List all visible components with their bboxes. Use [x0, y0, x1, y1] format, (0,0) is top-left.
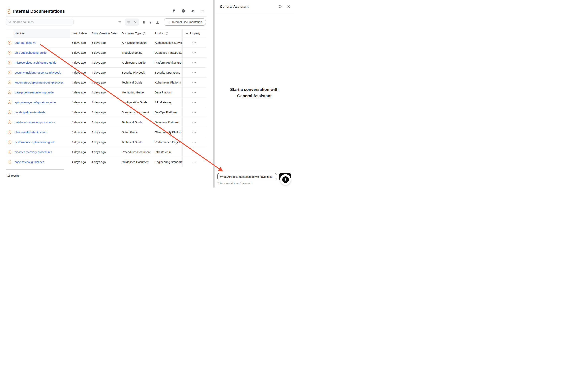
- assistant-chat-input[interactable]: [217, 173, 277, 180]
- row-entity-creation-date: 4 days ago: [92, 157, 106, 167]
- row-actions-button[interactable]: [191, 80, 197, 85]
- horizontal-scrollbar[interactable]: [6, 169, 64, 170]
- page-header: Internal Documentations: [7, 8, 65, 15]
- row-document-type: Architecture Guide: [122, 58, 146, 67]
- plug-icon[interactable]: [172, 9, 176, 13]
- row-last-update: 4 days ago: [72, 68, 86, 77]
- row-identifier-link[interactable]: disaster-recovery-procedures: [15, 151, 52, 154]
- toolbar: Internal Documentation: [0, 18, 214, 26]
- row-document-type: Troubleshooting: [122, 48, 142, 57]
- assistant-input-divider: [215, 171, 294, 171]
- row-identifier-link[interactable]: db-troubleshooting-guide: [15, 51, 46, 54]
- row-last-update: 4 days ago: [72, 147, 86, 157]
- row-identifier-link[interactable]: performance-optimization-guide: [15, 141, 55, 144]
- column-header-document-type[interactable]: Document Type: [122, 29, 145, 38]
- row-entity-creation-date: 4 days ago: [92, 137, 106, 147]
- row-actions-button[interactable]: [191, 90, 197, 95]
- row-identifier-link[interactable]: data-pipeline-monitoring-guide: [15, 91, 54, 94]
- row-actions-button[interactable]: [191, 40, 197, 45]
- add-internal-documentation-button[interactable]: Internal Documentation: [164, 19, 206, 26]
- asset-hexagon-icon: [8, 58, 11, 67]
- column-header-product[interactable]: Product: [155, 29, 168, 38]
- search-input[interactable]: [13, 21, 71, 24]
- row-actions-button[interactable]: [191, 60, 197, 65]
- row-product: Infrastructure: [155, 147, 182, 157]
- table-row: database-migration-procedures 4 days ago…: [6, 117, 206, 127]
- row-identifier-link[interactable]: api-gateway-configuration-guide: [15, 101, 56, 104]
- row-document-type: Standards Document: [122, 107, 149, 117]
- asset-hexagon-icon: [8, 98, 11, 107]
- table-row: performance-optimization-guide 4 days ag…: [6, 137, 206, 147]
- assistant-disclaimer: This conversation won't be saved.: [218, 182, 252, 185]
- search-box[interactable]: [6, 19, 74, 25]
- copy-icon[interactable]: [147, 19, 154, 25]
- row-last-update: 4 days ago: [72, 77, 86, 87]
- row-entity-creation-date: 4 days ago: [92, 58, 106, 67]
- column-header-identifier[interactable]: Identifier: [15, 29, 25, 38]
- table-row: data-pipeline-monitoring-guide 4 days ag…: [6, 88, 206, 98]
- row-entity-creation-date: 4 days ago: [92, 98, 106, 107]
- table-row: observability-stack-setup 4 days ago 4 d…: [6, 127, 206, 137]
- property-column-divider: [182, 29, 183, 167]
- row-actions-button[interactable]: [191, 160, 197, 165]
- row-identifier-link[interactable]: microservices-architecture-guide: [15, 61, 56, 64]
- sort-icon[interactable]: [141, 19, 147, 25]
- row-last-update: 4 days ago: [72, 117, 86, 127]
- help-widget[interactable]: ?: [280, 174, 291, 185]
- row-identifier-link[interactable]: observability-stack-setup: [15, 131, 46, 134]
- people-icon[interactable]: [191, 9, 195, 13]
- row-product: Data Platform: [155, 88, 182, 97]
- table-row: code-review-guidelines 4 days ago 4 days…: [6, 157, 206, 167]
- column-header-last-update[interactable]: Last Update: [72, 29, 87, 38]
- row-actions-button[interactable]: [191, 110, 197, 115]
- column-header-entity-creation-date[interactable]: Entity Creation Date: [92, 29, 116, 38]
- row-document-type: Configuration Guide: [122, 98, 147, 107]
- row-document-type: Technical Guide: [122, 77, 142, 87]
- list-view-icon[interactable]: [125, 19, 132, 25]
- row-identifier-link[interactable]: kubernetes-deployment-best-practices: [15, 81, 64, 84]
- row-identifier-link[interactable]: auth-api-docs-v2: [15, 41, 36, 44]
- row-actions-button[interactable]: [191, 50, 197, 55]
- plus-icon: [186, 32, 188, 35]
- toolbar-actions: Internal Documentation: [116, 18, 206, 26]
- view-toggle-group: [125, 19, 139, 26]
- main-content: Internal Documentations: [0, 0, 214, 188]
- download-icon[interactable]: [154, 19, 161, 25]
- table-row: microservices-architecture-guide 4 days …: [6, 58, 206, 68]
- row-actions-button[interactable]: [191, 150, 197, 154]
- row-identifier-link[interactable]: security-incident-response-playbook: [15, 71, 61, 74]
- restore-icon[interactable]: [278, 4, 282, 9]
- asset-hexagon-icon: [8, 117, 11, 127]
- clear-view-icon[interactable]: [132, 19, 139, 25]
- asset-hexagon-icon: [8, 147, 11, 157]
- row-last-update: 4 days ago: [72, 157, 86, 167]
- row-identifier-link[interactable]: code-review-guidelines: [15, 160, 44, 164]
- asset-hexagon-icon: [8, 107, 11, 117]
- asset-type-icon: [7, 9, 11, 14]
- row-actions-button[interactable]: [191, 120, 197, 125]
- asset-hexagon-icon: [8, 137, 11, 147]
- pane-resizer[interactable]: [213, 0, 215, 188]
- row-identifier-link[interactable]: ci-cd-pipeline-standards: [15, 111, 45, 114]
- add-property-button[interactable]: Property: [186, 29, 200, 38]
- assistant-empty-state: Start a conversation with General Assist…: [215, 86, 294, 99]
- row-entity-creation-date: 4 days ago: [92, 147, 106, 157]
- close-icon[interactable]: [286, 4, 291, 9]
- plus-icon: [168, 21, 170, 24]
- row-actions-button[interactable]: [191, 140, 197, 144]
- row-last-update: 5 days ago: [72, 38, 86, 47]
- row-actions-button[interactable]: [191, 100, 197, 105]
- row-product: API Gateway: [155, 98, 182, 107]
- row-last-update: 4 days ago: [72, 137, 86, 147]
- row-identifier-link[interactable]: database-migration-procedures: [15, 121, 55, 124]
- filter-icon[interactable]: [116, 19, 123, 25]
- row-actions-button[interactable]: [191, 70, 197, 75]
- row-entity-creation-date: 4 days ago: [92, 107, 106, 117]
- row-actions-button[interactable]: [191, 130, 197, 135]
- more-menu-icon[interactable]: [200, 9, 205, 13]
- row-product: Security Operations: [155, 68, 182, 77]
- asset-hexagon-icon: [8, 38, 11, 47]
- row-last-update: 4 days ago: [72, 107, 86, 117]
- row-document-type: Technical Guide: [122, 117, 142, 127]
- play-circle-icon[interactable]: [181, 9, 186, 13]
